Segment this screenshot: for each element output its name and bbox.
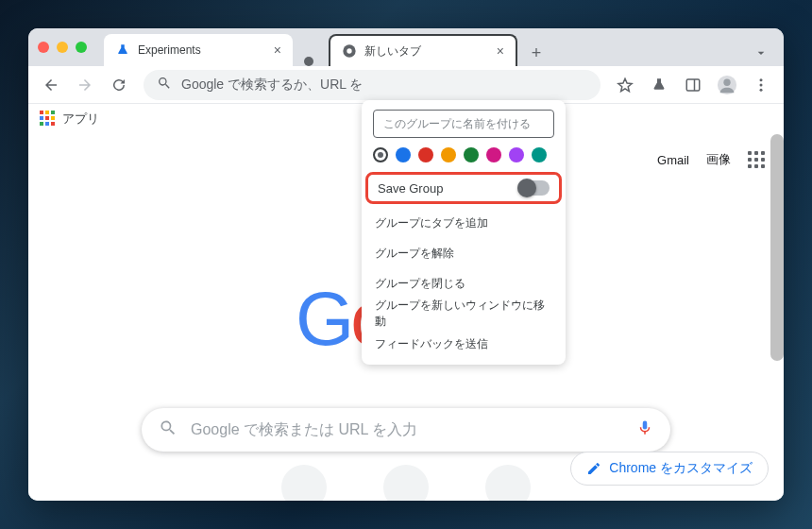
profile-button[interactable] [712,70,742,100]
new-tab-button[interactable]: + [523,40,550,66]
color-blue[interactable] [396,147,411,162]
browser-window: Experiments × 新しいタブ × + Google で検索するか、 [28,28,784,501]
apps-launcher-icon[interactable] [748,151,765,168]
window-minimize-button[interactable] [57,42,68,53]
color-green[interactable] [464,147,479,162]
back-button[interactable] [36,70,66,100]
group-name-input[interactable]: このグループに名前を付ける [373,110,554,138]
svg-point-7 [760,83,763,86]
color-teal[interactable] [532,147,547,162]
tab-new-tab[interactable]: 新しいタブ × [329,34,517,66]
search-box[interactable]: Google で検索または URL を入力 [142,408,670,452]
tab-strip: Experiments × 新しいタブ × + [104,28,774,66]
tab-group-indicator[interactable] [304,57,313,66]
tab-title: 新しいタブ [364,43,421,60]
search-placeholder: Google で検索または URL を入力 [191,420,417,440]
svg-rect-2 [686,79,700,91]
reload-button[interactable] [104,70,134,100]
color-orange[interactable] [441,147,456,162]
gmail-link[interactable]: Gmail [657,153,689,167]
search-icon [157,76,172,94]
scrollbar[interactable] [770,134,784,361]
images-link[interactable]: 画像 [706,151,731,168]
window-close-button[interactable] [38,42,49,53]
shortcuts-row [281,465,531,501]
svg-point-5 [723,78,730,85]
save-group-label: Save Group [378,181,443,196]
save-group-toggle[interactable] [517,180,550,196]
send-feedback[interactable]: フィードバックを送信 [362,329,566,359]
move-group-new-window[interactable]: グループを新しいウィンドウに移動 [362,299,566,329]
menu-button[interactable] [746,70,776,100]
svg-point-8 [760,88,763,91]
ungroup[interactable]: グループを解除 [362,238,566,268]
chrome-icon [342,43,357,59]
tab-title: Experiments [138,43,201,57]
close-group[interactable]: グループを閉じる [362,268,566,299]
add-tab-to-group[interactable]: グループにタブを追加 [362,208,566,238]
pencil-icon [586,461,601,476]
side-panel-button[interactable] [678,70,708,100]
customize-chrome-button[interactable]: Chrome をカスタマイズ [570,452,769,486]
search-icon [159,418,178,441]
window-zoom-button[interactable] [76,42,87,53]
shortcut-tile[interactable] [281,465,327,501]
apps-label[interactable]: アプリ [62,111,99,128]
titlebar: Experiments × 新しいタブ × + [28,28,784,66]
top-links: Gmail 画像 [657,151,765,168]
shortcut-tile[interactable] [485,465,531,501]
forward-button[interactable] [70,70,100,100]
apps-icon[interactable] [40,111,57,128]
tab-dropdown-button[interactable] [748,40,774,66]
svg-point-6 [760,78,763,81]
toolbar: Google で検索するか、URL を [28,66,784,104]
tab-experiments[interactable]: Experiments × [104,34,293,66]
bookmark-star-button[interactable] [610,70,640,100]
svg-point-1 [347,48,351,53]
customize-label: Chrome をカスタマイズ [609,460,753,477]
flask-icon [115,43,130,58]
close-icon[interactable]: × [274,43,281,58]
color-grey[interactable] [373,147,388,162]
shortcut-tile[interactable] [383,465,429,501]
omnibox[interactable]: Google で検索するか、URL を [144,70,601,100]
close-icon[interactable]: × [497,43,504,59]
color-red[interactable] [418,147,433,162]
color-picker-row [362,147,566,170]
save-group-row-highlight: Save Group [365,172,562,204]
mic-icon[interactable] [636,417,653,444]
omnibox-placeholder: Google で検索するか、URL を [181,77,363,94]
tab-group-menu: このグループに名前を付ける Save Group グループにタブを追加 グループ… [362,100,566,365]
extensions-flask-icon[interactable] [644,70,674,100]
color-pink[interactable] [486,147,501,162]
color-purple[interactable] [509,147,524,162]
group-name-placeholder: このグループに名前を付ける [383,116,531,132]
